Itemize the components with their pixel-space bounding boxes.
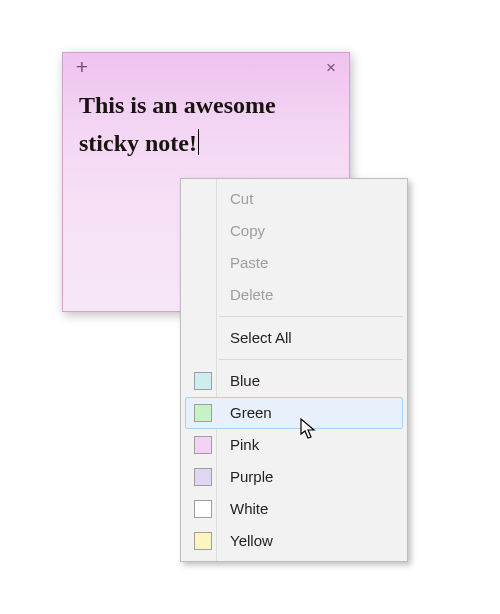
swatch-icon	[194, 532, 212, 550]
menu-item-paste: Paste	[185, 247, 403, 279]
menu-item-delete: Delete	[185, 279, 403, 311]
menu-item-select-all[interactable]: Select All	[185, 322, 403, 354]
swatch-icon	[194, 468, 212, 486]
context-menu: Cut Copy Paste Delete Select All Blue Gr…	[180, 178, 408, 562]
menu-item-label: Pink	[230, 436, 259, 453]
sticky-note-header: + ×	[63, 53, 349, 83]
menu-item-copy: Copy	[185, 215, 403, 247]
menu-item-label: Select All	[230, 329, 292, 346]
menu-separator	[219, 359, 403, 360]
menu-item-label: Green	[230, 404, 272, 421]
swatch-icon	[194, 372, 212, 390]
text-caret	[198, 129, 199, 155]
menu-item-label: Paste	[230, 254, 268, 271]
menu-item-label: Blue	[230, 372, 260, 389]
menu-item-label: Delete	[230, 286, 273, 303]
note-text: This is an awesome sticky note!	[79, 92, 276, 156]
swatch-icon	[194, 500, 212, 518]
menu-item-color-white[interactable]: White	[185, 493, 403, 525]
menu-item-color-pink[interactable]: Pink	[185, 429, 403, 461]
menu-item-label: White	[230, 500, 268, 517]
swatch-icon	[194, 436, 212, 454]
sticky-note-text[interactable]: This is an awesome sticky note!	[63, 83, 349, 172]
swatch-icon	[194, 404, 212, 422]
plus-icon[interactable]: +	[73, 58, 91, 76]
menu-item-label: Copy	[230, 222, 265, 239]
menu-separator	[219, 316, 403, 317]
menu-item-color-green[interactable]: Green	[185, 397, 403, 429]
menu-item-label: Yellow	[230, 532, 273, 549]
menu-item-cut: Cut	[185, 183, 403, 215]
close-icon[interactable]: ×	[323, 60, 339, 76]
menu-item-label: Cut	[230, 190, 253, 207]
menu-item-label: Purple	[230, 468, 273, 485]
menu-item-color-purple[interactable]: Purple	[185, 461, 403, 493]
menu-item-color-blue[interactable]: Blue	[185, 365, 403, 397]
menu-item-color-yellow[interactable]: Yellow	[185, 525, 403, 557]
